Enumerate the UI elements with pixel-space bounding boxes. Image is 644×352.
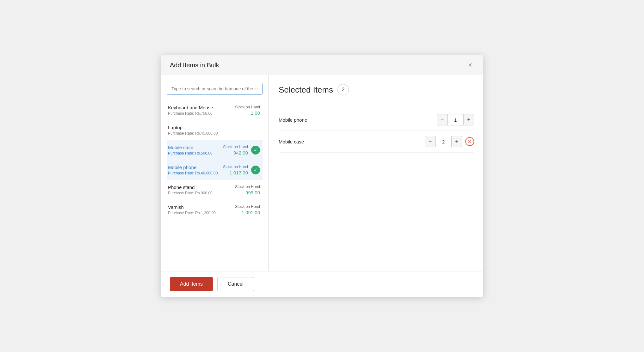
- item-stock: Stock on Hand 999.00: [235, 185, 260, 195]
- item-info: Mobile phone Purchase Rate: Rs.40,000.00: [168, 165, 218, 175]
- stock-label: Stock on Hand: [235, 185, 260, 189]
- add-items-bulk-modal: Add Items in Bulk × Keyboard and Mouse P…: [161, 55, 483, 297]
- modal-footer: Add Items Cancel: [161, 271, 483, 297]
- qty-row: − +: [437, 114, 474, 125]
- stock-label: Stock on Hand: [223, 165, 248, 169]
- list-item[interactable]: Laptop Purchase Rate: Rs.45,000.00: [167, 120, 263, 140]
- remove-item-button[interactable]: ✕: [465, 137, 474, 146]
- selected-item-row: Mobile phone − +: [279, 109, 474, 131]
- qty-minus-button[interactable]: −: [425, 136, 436, 147]
- qty-plus-button[interactable]: +: [463, 114, 474, 125]
- qty-input[interactable]: [436, 136, 451, 147]
- stock-value: 942.00: [233, 150, 248, 155]
- item-stock: Stock on Hand 1.00: [235, 105, 260, 116]
- stock-value: 1,013.00: [230, 170, 248, 175]
- cancel-button[interactable]: Cancel: [217, 277, 254, 291]
- qty-control: − +: [425, 136, 462, 147]
- stock-label: Stock on Hand: [235, 204, 260, 209]
- modal-body: Keyboard and Mouse Purchase Rate: Rs.750…: [161, 75, 483, 271]
- list-item[interactable]: Keyboard and Mouse Purchase Rate: Rs.750…: [167, 100, 263, 120]
- item-right: Stock on Hand 1,013.00 ✓: [223, 165, 260, 175]
- list-item[interactable]: Phone stand Purchase Rate: Rs.900.00 Sto…: [167, 180, 263, 200]
- selected-item-row: Mobile case − + ✕: [279, 131, 474, 153]
- selected-check-icon: ✓: [251, 146, 260, 155]
- item-right: Stock on Hand 1.00: [235, 105, 260, 116]
- item-info: Varnish Purchase Rate: Rs.1,200.00: [168, 204, 216, 215]
- list-item[interactable]: Mobile case Purchase Rate: Rs.500.00 Sto…: [167, 140, 263, 160]
- selected-items-list: Mobile phone − + Mobile case − + ✕: [279, 109, 474, 271]
- search-input[interactable]: [167, 83, 263, 95]
- close-button[interactable]: ×: [466, 61, 474, 69]
- item-info: Keyboard and Mouse Purchase Rate: Rs.750…: [168, 105, 213, 116]
- selected-header: Selected Items 2: [279, 84, 474, 95]
- item-name: Keyboard and Mouse: [168, 105, 213, 110]
- item-info: Laptop Purchase Rate: Rs.45,000.00: [168, 125, 218, 136]
- qty-row: − + ✕: [425, 136, 474, 147]
- modal-header: Add Items in Bulk ×: [161, 55, 483, 75]
- modal-title: Add Items in Bulk: [170, 62, 219, 69]
- qty-input[interactable]: [448, 114, 463, 125]
- item-purchase-rate: Purchase Rate: Rs.750.00: [168, 111, 213, 116]
- item-purchase-rate: Purchase Rate: Rs.900.00: [168, 191, 213, 195]
- stock-value: 1,091.00: [242, 210, 260, 215]
- item-right: Stock on Hand 999.00: [235, 185, 260, 195]
- item-purchase-rate: Purchase Rate: Rs.500.00: [168, 151, 213, 155]
- item-info: Mobile case Purchase Rate: Rs.500.00: [168, 145, 213, 155]
- item-info: Phone stand Purchase Rate: Rs.900.00: [168, 185, 213, 195]
- item-purchase-rate: Purchase Rate: Rs.1,200.00: [168, 211, 216, 215]
- item-purchase-rate: Purchase Rate: Rs.45,000.00: [168, 131, 218, 136]
- item-stock: Stock on Hand 1,013.00: [223, 165, 248, 175]
- qty-minus-button[interactable]: −: [437, 114, 448, 125]
- item-right: Stock on Hand 942.00 ✓: [223, 145, 260, 155]
- selected-divider: [279, 103, 474, 103]
- item-name: Mobile phone: [168, 165, 218, 170]
- list-item[interactable]: Varnish Purchase Rate: Rs.1,200.00 Stock…: [167, 200, 263, 220]
- item-name: Mobile case: [168, 145, 213, 150]
- selected-items-title: Selected Items: [279, 85, 333, 95]
- item-purchase-rate: Purchase Rate: Rs.40,000.00: [168, 171, 218, 175]
- qty-plus-button[interactable]: +: [451, 136, 462, 147]
- list-item[interactable]: Mobile phone Purchase Rate: Rs.40,000.00…: [167, 160, 263, 180]
- stock-value: 999.00: [245, 190, 260, 195]
- selected-check-icon: ✓: [251, 166, 260, 174]
- add-items-button[interactable]: Add Items: [170, 277, 213, 291]
- stock-value: 1.00: [251, 110, 260, 116]
- item-name: Laptop: [168, 125, 218, 130]
- item-name: Varnish: [168, 204, 216, 210]
- selected-item-name: Mobile phone: [279, 117, 307, 123]
- right-panel: Selected Items 2 Mobile phone − + Mobile…: [269, 75, 483, 271]
- item-list: Keyboard and Mouse Purchase Rate: Rs.750…: [167, 100, 263, 271]
- item-stock: Stock on Hand 942.00: [223, 145, 248, 155]
- item-stock: Stock on Hand 1,091.00: [235, 204, 260, 215]
- selected-count-badge: 2: [337, 84, 349, 95]
- item-name: Phone stand: [168, 185, 213, 190]
- qty-control: − +: [437, 114, 474, 125]
- item-right: Stock on Hand 1,091.00: [235, 204, 260, 215]
- selected-item-name: Mobile case: [279, 139, 304, 144]
- stock-label: Stock on Hand: [235, 105, 260, 109]
- left-panel: Keyboard and Mouse Purchase Rate: Rs.750…: [161, 75, 269, 271]
- stock-label: Stock on Hand: [223, 145, 248, 149]
